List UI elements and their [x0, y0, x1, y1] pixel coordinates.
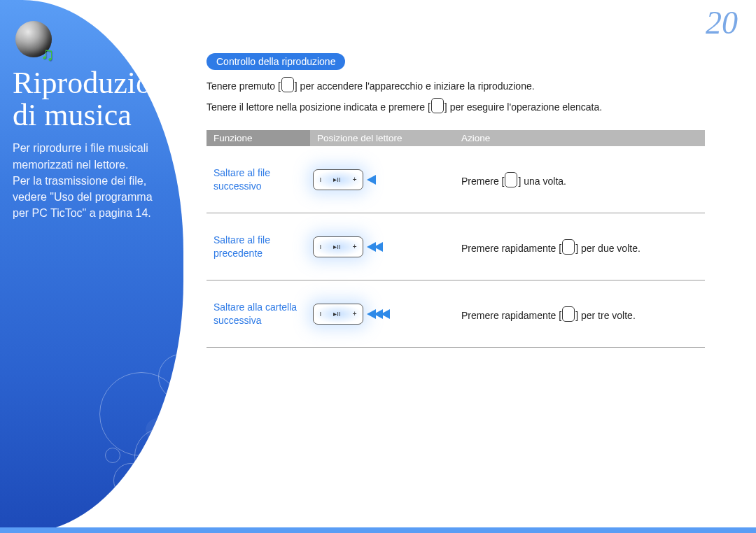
cell-action: Premere [] una volta. [454, 172, 705, 187]
footer-strip [0, 527, 756, 533]
player-device-icon: ı▸ıı+ [313, 169, 363, 190]
table-row: Saltare alla cartella successiva ı▸ıı+ P… [206, 280, 705, 348]
player-device-icon: ı▸ıı+ [313, 236, 363, 257]
decorative-circles [50, 323, 183, 505]
table-row: Saltare al file precedente ı▸ıı+ Premere… [206, 213, 705, 280]
button-icon [431, 98, 444, 113]
playback-table: Funzione Posizione del lettore Azione Sa… [206, 130, 705, 348]
button-icon [281, 77, 294, 92]
cell-position: ı▸ıı+ [310, 236, 454, 257]
cell-function: Saltare al file precedente [206, 234, 310, 260]
player-device-icon: ı▸ıı+ [313, 304, 363, 325]
music-speaker-icon: ♫ [15, 21, 56, 62]
title-line1: Riproduzione [13, 66, 181, 100]
cell-function: Saltare al file successivo [206, 166, 310, 193]
press-arrows [369, 242, 383, 252]
button-icon [505, 172, 517, 187]
sidebar-panel: ♫ Riproduzione di musica Per riprodurre … [0, 0, 183, 533]
sidebar-para1: Per riprodurre i file musicali memorizza… [13, 142, 148, 170]
section-heading-pill: Controllo della riproduzione [206, 53, 345, 70]
cell-action: Premere rapidamente [] per tre volte. [454, 306, 705, 322]
th-function: Funzione [206, 130, 310, 146]
intro-line-1: Tenere premuto [] per accendere l'appare… [206, 77, 738, 94]
sidebar-description: Per riprodurre i file musicali memorizza… [13, 140, 171, 221]
press-arrows [369, 309, 390, 319]
th-position: Posizione del lettore [310, 130, 454, 146]
page-number: 20 [706, 4, 738, 41]
button-icon [562, 239, 575, 255]
cell-function: Saltare alla cartella successiva [206, 301, 310, 327]
main-content: Controllo della riproduzione Tenere prem… [206, 53, 738, 348]
title-line2: di musica [13, 98, 132, 132]
th-action: Azione [454, 130, 705, 146]
table-row: Saltare al file successivo ı▸ıı+ Premere… [206, 146, 705, 213]
press-arrows [369, 175, 376, 185]
sidebar-para2: Per la trasmissione dei file, vedere "Us… [13, 175, 153, 219]
intro-line-2: Tenere il lettore nella posizione indica… [206, 98, 738, 115]
page-title: Riproduzione di musica [13, 67, 171, 132]
table-header: Funzione Posizione del lettore Azione [206, 130, 705, 146]
cell-position: ı▸ıı+ [310, 169, 454, 190]
cell-action: Premere rapidamente [] per due volte. [454, 239, 705, 255]
cell-position: ı▸ıı+ [310, 304, 454, 325]
button-icon [562, 306, 575, 322]
